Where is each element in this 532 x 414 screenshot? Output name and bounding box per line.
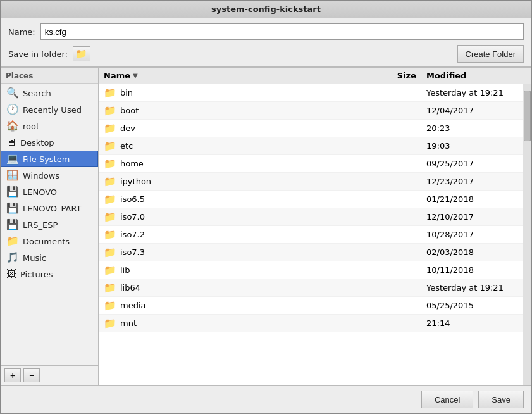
file-size-cell	[383, 163, 421, 165]
file-size-cell	[383, 251, 421, 254]
table-row[interactable]: 📁 iso7.3 02/03/2018	[99, 244, 523, 261]
file-modified-cell: 01/21/2018	[421, 193, 523, 205]
sidebar-item-root[interactable]: 🏠root	[1, 118, 98, 134]
file-name: iso7.3	[120, 248, 145, 257]
sidebar-item-pictures[interactable]: 🖼Pictures	[1, 266, 98, 282]
save-in-row: Save in folder: 📁 Create Folder	[1, 42, 531, 66]
folder-icon-button[interactable]: 📁	[73, 46, 90, 61]
folder-icon: 📁	[104, 104, 116, 116]
table-row[interactable]: 📁 iso6.5 01/21/2018	[99, 191, 523, 208]
sidebar-label-file-system: File System	[23, 154, 70, 164]
file-size-cell	[383, 180, 421, 183]
sidebar-icon-lrs-esp: 💾	[6, 220, 19, 230]
sidebar-item-search[interactable]: 🔍Search	[1, 85, 98, 101]
add-place-button[interactable]: +	[4, 368, 21, 382]
file-modified-cell: 10/11/2018	[421, 264, 523, 276]
sidebar-label-root: root	[23, 122, 39, 131]
sidebar-label-pictures: Pictures	[20, 270, 53, 279]
folder-icon: 📁	[104, 211, 116, 223]
sidebar-icon-windows: 🪟	[6, 170, 19, 180]
file-name-cell: 📁 iso7.0	[99, 210, 383, 224]
sidebar-item-recently-used[interactable]: 🕐Recently Used	[1, 101, 98, 118]
folder-icon: 📁	[104, 175, 116, 187]
scrollbar[interactable]	[523, 84, 531, 385]
cancel-button[interactable]: Cancel	[421, 391, 473, 408]
file-modified-cell: 05/25/2015	[421, 299, 523, 311]
save-in-label: Save in folder:	[8, 49, 68, 59]
file-modified-cell: 21:14	[421, 317, 523, 329]
file-size-cell	[383, 304, 421, 307]
file-size-cell	[383, 322, 421, 325]
file-name-cell: 📁 bin	[99, 85, 383, 100]
file-modified-cell: 12/04/2017	[421, 104, 523, 116]
sidebar-item-file-system[interactable]: 💻File System	[1, 151, 98, 167]
sidebar-label-search: Search	[23, 89, 51, 98]
sidebar-icon-documents: 📁	[6, 236, 19, 246]
sidebar: Places 🔍Search🕐Recently Used🏠root🖥Deskto…	[1, 68, 99, 385]
table-row[interactable]: 📁 home 09/25/2017	[99, 155, 523, 173]
sidebar-label-lenovo: LENOVO	[23, 187, 57, 197]
file-name: boot	[120, 106, 139, 115]
col-name-label: Name	[104, 71, 130, 80]
file-modified-cell: 02/03/2018	[421, 246, 523, 258]
file-size-cell	[383, 110, 421, 112]
col-size-header[interactable]: Size	[383, 70, 421, 82]
table-row[interactable]: 📁 ipython 12/23/2017	[99, 173, 523, 191]
file-size-cell	[383, 216, 421, 218]
col-name-header[interactable]: Name ▼	[99, 70, 383, 82]
table-row[interactable]: 📁 iso7.0 12/10/2017	[99, 208, 523, 226]
sidebar-icon-lenovo: 💾	[6, 187, 19, 197]
table-row[interactable]: 📁 lib64 Yesterday at 19:21	[99, 279, 523, 297]
file-size-cell	[383, 269, 421, 272]
sidebar-icon-lenovo-part: 💾	[6, 203, 19, 213]
file-name-cell: 📁 iso6.5	[99, 192, 383, 206]
table-row[interactable]: 📁 etc 19:03	[99, 137, 523, 155]
file-name: lib64	[120, 283, 140, 292]
sidebar-footer: + −	[1, 365, 98, 385]
sidebar-item-documents[interactable]: 📁Documents	[1, 233, 98, 249]
file-size-cell	[383, 198, 421, 201]
sidebar-item-lrs-esp[interactable]: 💾LRS_ESP	[1, 216, 98, 233]
scrollbar-header-spacer	[523, 70, 531, 82]
sidebar-label-windows: Windows	[23, 171, 59, 180]
sidebar-icon-music: 🎵	[6, 253, 19, 263]
table-row[interactable]: 📁 bin Yesterday at 19:21	[99, 84, 523, 102]
sidebar-icon-recently-used: 🕐	[6, 104, 19, 115]
dialog-title: system-config-kickstart	[211, 4, 321, 14]
sidebar-icon-file-system: 💻	[6, 154, 19, 164]
title-bar: system-config-kickstart	[1, 1, 531, 18]
file-name: bin	[120, 88, 133, 97]
table-row[interactable]: 📁 iso7.2 10/28/2017	[99, 226, 523, 244]
folder-icon: 📁	[104, 282, 116, 294]
col-modified-header[interactable]: Modified	[421, 70, 523, 82]
file-name: iso7.2	[120, 230, 145, 239]
folder-icon: 📁	[104, 158, 116, 170]
remove-place-button[interactable]: −	[23, 368, 40, 382]
sidebar-item-desktop[interactable]: 🖥Desktop	[1, 134, 98, 151]
table-row[interactable]: 📁 boot 12/04/2017	[99, 102, 523, 120]
file-name: media	[120, 301, 146, 310]
sidebar-item-music[interactable]: 🎵Music	[1, 249, 98, 266]
scrollbar-thumb[interactable]	[524, 91, 531, 141]
main-area: Places 🔍Search🕐Recently Used🏠root🖥Deskto…	[1, 67, 531, 385]
sidebar-label-lenovo-part: LENOVO_PART	[23, 204, 82, 213]
file-name: home	[120, 159, 144, 168]
folder-icon: 📁	[104, 299, 116, 311]
file-name: dev	[120, 123, 135, 133]
table-row[interactable]: 📁 mnt 21:14	[99, 315, 523, 332]
file-modified-cell: 12/23/2017	[421, 175, 523, 187]
sidebar-item-lenovo-part[interactable]: 💾LENOVO_PART	[1, 200, 98, 216]
save-button[interactable]: Save	[478, 391, 524, 408]
sidebar-item-windows[interactable]: 🪟Windows	[1, 167, 98, 184]
create-folder-button[interactable]: Create Folder	[457, 45, 524, 63]
table-row[interactable]: 📁 lib 10/11/2018	[99, 261, 523, 279]
table-row[interactable]: 📁 media 05/25/2015	[99, 297, 523, 315]
name-input[interactable]	[40, 23, 524, 40]
sidebar-item-lenovo[interactable]: 💾LENOVO	[1, 184, 98, 200]
sidebar-label-music: Music	[23, 253, 46, 263]
bottom-bar: Cancel Save	[1, 385, 531, 413]
table-row[interactable]: 📁 dev 20:23	[99, 120, 523, 137]
sidebar-label-documents: Documents	[23, 237, 70, 246]
file-name: iso6.5	[120, 194, 145, 204]
file-name-cell: 📁 media	[99, 298, 383, 313]
